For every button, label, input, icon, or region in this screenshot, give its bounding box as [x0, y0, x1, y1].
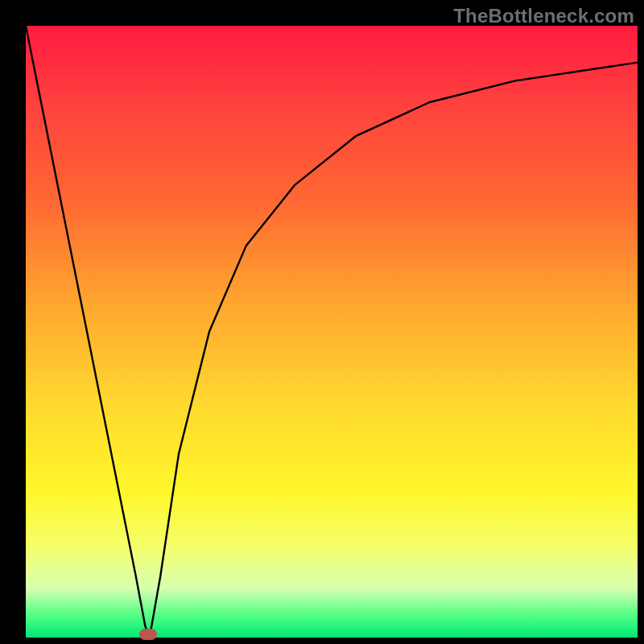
curve-svg	[26, 26, 638, 638]
chart-frame: TheBottleneck.com	[0, 0, 644, 644]
watermark-text: TheBottleneck.com	[453, 5, 634, 27]
plot-area	[26, 26, 638, 638]
min-marker	[139, 629, 157, 640]
bottleneck-curve	[26, 26, 638, 634]
